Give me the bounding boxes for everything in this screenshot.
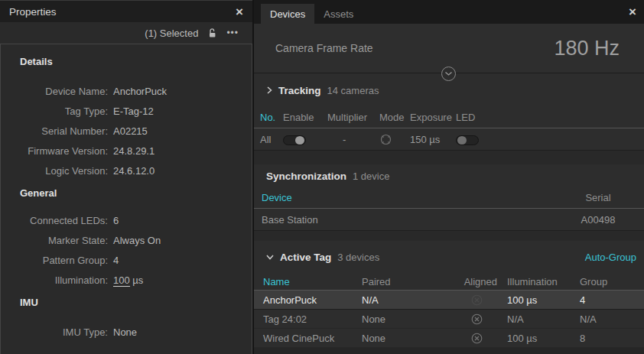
prop-row-firmware-version: Firmware Version: 24.8.29.1 — [1, 141, 252, 161]
active-tag-row-anchorpuck[interactable]: AnchorPuck N/A 100 µs 4 — [254, 291, 644, 310]
close-icon[interactable]: × — [236, 5, 243, 18]
active-tag-title: Active Tag — [280, 252, 331, 263]
prop-row-imu-type: IMU Type: None — [1, 323, 252, 343]
cell-exposure[interactable]: 150 µs — [410, 134, 456, 145]
col-illumination[interactable]: Illumination — [507, 276, 580, 287]
active-tag-row-tag-2402[interactable]: Tag 24:02 None N/A N/A — [254, 310, 644, 329]
prop-row-tag-type: Tag Type: E-Tag-12 — [1, 102, 252, 122]
col-led[interactable]: LED — [456, 112, 644, 123]
tab-bar: Devices Assets × — [254, 0, 644, 24]
cell-group: 4 — [580, 294, 644, 306]
chevron-right-icon[interactable] — [266, 86, 272, 94]
active-tag-row-wired-cinepuck[interactable]: Wired CinePuck None 100 µs 8 — [254, 329, 644, 348]
prop-value[interactable]: 4 — [113, 251, 252, 271]
cell-paired: N/A — [362, 294, 446, 306]
prop-value: 6 — [113, 211, 252, 231]
chevron-down-circle-icon[interactable] — [441, 67, 456, 81]
prop-value: 24.8.29.1 — [113, 141, 252, 161]
prop-row-pattern-group: Pattern Group: 4 — [1, 251, 252, 271]
panel-footer — [254, 348, 644, 354]
tab-assets[interactable]: Assets — [314, 4, 363, 24]
enable-toggle[interactable] — [283, 133, 327, 145]
camera-frame-rate-label: Camera Frame Rate — [275, 42, 373, 54]
prop-value[interactable]: AnchorPuck — [113, 82, 252, 102]
tracking-row-all[interactable]: All - 150 µs — [254, 128, 644, 151]
properties-header: Properties × — [0, 0, 252, 22]
tab-devices[interactable]: Devices — [261, 4, 314, 24]
cell-paired: None — [362, 313, 446, 325]
col-aligned[interactable]: Aligned — [446, 276, 507, 287]
prop-label: Connected LEDs: — [1, 211, 108, 231]
cell-group: N/A — [580, 313, 644, 325]
mode-reticle-icon[interactable] — [379, 133, 410, 146]
aligned-cross-circle-icon — [446, 294, 507, 306]
prop-label: Tag Type: — [1, 102, 108, 122]
illumination-field[interactable]: 100 µs — [113, 271, 252, 291]
prop-label: IMU Type: — [1, 323, 108, 343]
prop-value[interactable]: A02215 — [113, 122, 252, 141]
aligned-cross-circle-icon — [446, 313, 507, 325]
active-tag-count: 3 devices — [337, 252, 379, 263]
prop-value[interactable]: None — [113, 323, 252, 343]
cell-name: AnchorPuck — [263, 294, 362, 306]
prop-label: Logic Version: — [1, 161, 108, 181]
more-options-icon[interactable]: ••• — [226, 28, 239, 38]
col-name[interactable]: Name — [263, 276, 362, 287]
prop-value[interactable]: E-Tag-12 — [113, 102, 252, 122]
col-enable[interactable]: Enable — [283, 112, 327, 123]
col-exposure[interactable]: Exposure — [410, 112, 456, 123]
col-no[interactable]: No. — [260, 112, 283, 123]
selection-count: (1) Selected — [145, 28, 198, 39]
section-title-details: Details — [1, 54, 252, 70]
col-mode[interactable]: Mode — [379, 112, 410, 123]
properties-panel: Properties × (1) Selected ••• Details De… — [0, 0, 252, 354]
prop-label: Serial Number: — [1, 122, 108, 141]
sync-table-header: Device Serial — [254, 187, 644, 209]
led-toggle[interactable] — [456, 133, 644, 145]
prop-label: Pattern Group: — [1, 251, 108, 271]
sync-row-base-station[interactable]: Base Station A00498 — [254, 209, 644, 231]
tracking-title: Tracking — [278, 85, 321, 96]
section-title-imu: IMU — [1, 294, 252, 311]
col-multiplier[interactable]: Multiplier — [327, 112, 379, 123]
devices-panel: Devices Assets × Camera Frame Rate 180 H… — [254, 0, 644, 354]
prop-value[interactable]: Always On — [113, 231, 252, 251]
cell-illumination: N/A — [507, 313, 580, 325]
prop-row-connected-leds: Connected LEDs: 6 — [1, 211, 252, 231]
col-device[interactable]: Device — [262, 192, 560, 203]
prop-label: Marker State: — [1, 231, 108, 251]
unlock-icon[interactable] — [207, 28, 217, 38]
auto-group-link[interactable]: Auto-Group — [585, 252, 636, 263]
close-icon[interactable]: × — [629, 5, 636, 18]
cell-illumination: 100 µs — [507, 333, 580, 344]
prop-row-device-name: Device Name: AnchorPuck — [1, 82, 252, 102]
prop-value: 24.6.12.0 — [113, 161, 252, 181]
tracking-count: 14 cameras — [327, 85, 379, 96]
tracking-table-header: No. Enable Multiplier Mode Exposure LED — [254, 107, 644, 128]
prop-row-illumination: Illumination: 100 µs — [1, 271, 252, 291]
active-tag-section-header[interactable]: Active Tag 3 devices Auto-Group — [254, 241, 644, 273]
cell-paired: None — [362, 333, 446, 344]
cell-device: Base Station — [262, 214, 560, 226]
synchronization-section-header[interactable]: Synchronization 1 device — [254, 164, 644, 187]
synchronization-count: 1 device — [353, 171, 389, 182]
illumination-unit: µs — [130, 274, 144, 286]
col-serial[interactable]: Serial — [560, 192, 636, 203]
col-group[interactable]: Group — [580, 276, 644, 287]
synchronization-title: Synchronization — [266, 171, 346, 182]
selection-bar: (1) Selected ••• — [0, 22, 252, 44]
col-paired[interactable]: Paired — [362, 276, 446, 287]
camera-frame-rate-value[interactable]: 180 Hz — [554, 37, 620, 60]
active-tag-table-header: Name Paired Aligned Illumination Group — [254, 273, 644, 291]
panel-title: Properties — [9, 6, 236, 18]
illumination-value[interactable]: 100 — [113, 274, 130, 287]
section-gap — [254, 231, 644, 241]
cell-name: Tag 24:02 — [263, 313, 362, 325]
cell-group: 8 — [580, 333, 644, 344]
prop-row-serial-number: Serial Number: A02215 — [1, 122, 252, 141]
cell-name: Wired CinePuck — [263, 333, 362, 344]
aligned-cross-circle-icon — [446, 332, 507, 344]
prop-label: Device Name: — [1, 82, 108, 102]
prop-label: Illumination: — [1, 271, 108, 291]
chevron-down-icon[interactable] — [266, 254, 274, 260]
